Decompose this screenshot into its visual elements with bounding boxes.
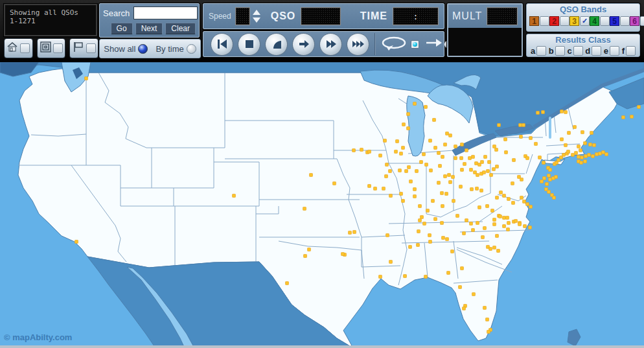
class-c-checkbox[interactable] [573,46,583,56]
qso-dot[interactable] [512,159,516,162]
class-d-checkbox[interactable] [592,46,601,56]
qso-dot[interactable] [595,153,599,156]
qso-dot[interactable] [454,157,457,160]
clear-button[interactable]: Clear [165,23,196,34]
qso-dot[interactable] [549,168,552,172]
qso-dot[interactable] [499,215,502,218]
qso-dot[interactable] [483,307,487,310]
qso-dot[interactable] [423,222,426,226]
qso-dot[interactable] [496,235,499,238]
qso-dot[interactable] [476,187,479,191]
next-button[interactable]: Next [135,23,163,34]
qso-dot[interactable] [496,165,499,168]
qso-dot[interactable] [463,307,466,310]
qso-dot[interactable] [489,248,492,251]
qso-dot[interactable] [456,215,459,218]
qso-dot[interactable] [472,293,476,296]
fast-forward-button[interactable] [319,33,342,56]
qso-dot[interactable] [389,194,393,198]
speed-down-arrow[interactable] [253,17,260,23]
qso-dot[interactable] [507,198,511,201]
qso-dot[interactable] [529,205,533,209]
qso-dot[interactable] [465,149,468,152]
qso-dot[interactable] [441,192,444,195]
qso-dot[interactable] [437,181,441,185]
speed-up-arrow[interactable] [253,10,260,15]
qso-dot[interactable] [420,216,424,219]
qso-dot[interactable] [385,163,389,167]
qso-dot[interactable] [446,132,449,135]
qso-dot[interactable] [486,205,489,208]
qso-dot[interactable] [420,161,423,164]
qso-dot[interactable] [526,157,529,160]
play-button[interactable] [292,33,315,56]
band-1-checkbox[interactable] [540,16,549,26]
qso-dot[interactable] [430,169,433,172]
qso-dot[interactable] [360,148,363,152]
qso-dot[interactable] [518,223,522,226]
qso-dot[interactable] [461,267,464,270]
band-3-checkbox[interactable]: ✓ [580,16,590,26]
qso-dot[interactable] [498,124,501,127]
qso-dot[interactable] [447,272,450,275]
qso-dot[interactable] [445,192,448,196]
qso-dot[interactable] [580,161,583,165]
qso-dot[interactable] [415,170,419,173]
qso-dot[interactable] [575,152,578,155]
qso-dot[interactable] [424,106,428,109]
qso-dot[interactable] [459,185,463,189]
flag-toggle-button[interactable] [69,38,98,58]
qso-dot[interactable] [504,138,507,141]
qso-dot[interactable] [584,160,587,163]
qso-dot[interactable] [349,231,352,235]
qso-dot[interactable] [433,119,436,122]
qso-dot[interactable] [483,171,486,174]
qso-dot[interactable] [542,111,545,114]
qso-dot[interactable] [341,253,345,256]
qso-dot[interactable] [429,240,432,244]
qso-dot[interactable] [493,218,496,222]
loop-led[interactable] [411,40,419,49]
class-f-checkbox[interactable] [626,46,636,56]
qso-dot[interactable] [470,188,474,191]
qso-dot[interactable] [442,237,445,240]
band-5-checkbox[interactable] [620,16,630,26]
qso-dot[interactable] [428,234,431,237]
show-all-radio[interactable] [138,44,148,54]
qso-dot[interactable] [286,282,289,285]
qso-dot[interactable] [476,222,479,225]
qso-dot[interactable] [379,275,382,279]
qso-dot[interactable] [519,124,522,127]
class-b-checkbox[interactable] [555,46,565,56]
qso-dot[interactable] [463,163,466,166]
qso-dot[interactable] [480,189,483,192]
qso-dot[interactable] [451,250,454,253]
qso-dot[interactable] [507,222,511,225]
qso-dot[interactable] [542,161,546,165]
qso-dot[interactable] [405,170,408,173]
qso-dot[interactable] [424,275,428,279]
qso-dot[interactable] [434,146,437,150]
qso-dot[interactable] [547,191,551,194]
qso-dot[interactable] [588,154,591,157]
qso-map[interactable]: © mapAbilty.com [0,62,644,348]
skip-to-start-button[interactable] [211,33,233,56]
qso-dot[interactable] [454,145,457,148]
qso-dot[interactable] [523,200,526,203]
qso-dot[interactable] [483,227,487,230]
qso-dot[interactable] [425,163,428,167]
qso-dot[interactable] [546,183,549,186]
qso-dot[interactable] [540,180,544,183]
qso-dot[interactable] [382,187,385,191]
qso-dot[interactable] [584,142,587,145]
qso-dot[interactable] [567,150,570,154]
qso-dot[interactable] [402,146,405,150]
search-input[interactable] [133,6,198,19]
qso-dot[interactable] [602,151,605,154]
qso-dot[interactable] [487,331,490,334]
qso-dot[interactable] [522,124,525,127]
qso-dot[interactable] [460,157,463,160]
qso-dot[interactable] [417,244,420,247]
qso-dot[interactable] [547,174,551,178]
qso-dot[interactable] [396,140,399,143]
